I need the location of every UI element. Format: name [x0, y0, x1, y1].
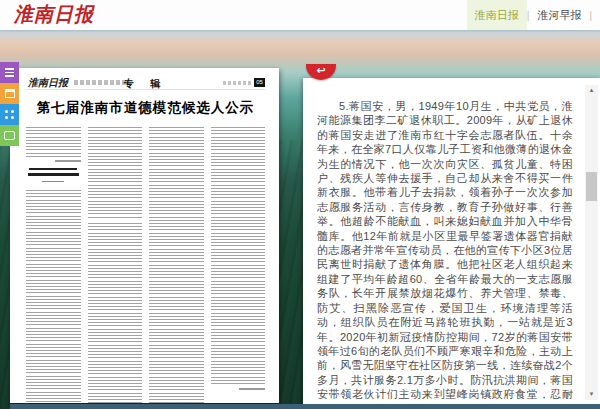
newspaper-columns [26, 127, 265, 403]
newspaper-column-2 [88, 127, 143, 403]
column-subhead [28, 173, 79, 176]
section-title: 专 辑 [124, 77, 168, 91]
viewer-bottom-edge [10, 404, 600, 409]
screen-icon [4, 131, 15, 140]
nav-tabs: 淮南日报 | 淮河早报 | 淮 [467, 0, 600, 30]
tab-huaihe-morning-post[interactable]: 淮河早报 [529, 0, 589, 30]
newspaper-headline: 第七届淮南市道德模范候选人公示 [26, 99, 265, 117]
return-arrow-icon: ↩ [316, 64, 325, 77]
newspaper-column-1 [26, 127, 81, 403]
newspaper-column-3 [149, 127, 204, 403]
scroll-down-arrow[interactable]: ▼ [585, 389, 598, 400]
column-text-block [149, 127, 204, 403]
masthead-note [223, 81, 251, 85]
article-paragraph: 5.蒋国安，男，1949年10月生，中共党员，淮河能源集团李二矿退休职工。200… [317, 99, 573, 399]
site-logo: 淮南日报 [14, 1, 94, 28]
apps-button[interactable] [0, 104, 19, 125]
article-reader-panel: 5.蒋国安，男，1949年10月生，中共党员，淮河能源集团李二矿退休职工。200… [303, 78, 600, 405]
side-toolbar [0, 62, 19, 146]
column-end-line [239, 388, 265, 390]
newspaper-column-4 [211, 127, 266, 403]
page-number-badge: 05 [254, 78, 265, 87]
scrollbar-thumb[interactable] [586, 172, 597, 201]
column-text-block [211, 127, 266, 385]
fullscreen-button[interactable] [0, 125, 19, 146]
scroll-up-arrow[interactable]: ▲ [585, 85, 598, 96]
calendar-icon [5, 89, 15, 98]
newspaper-page[interactable]: 淮南日报 专 辑 05 第七届淮南市道德模范候选人公示 [10, 68, 279, 403]
scrollbar[interactable]: ▲ ▼ [585, 85, 598, 400]
tab-cutoff[interactable]: 淮 [592, 0, 600, 30]
column-text-block [88, 223, 143, 403]
site-header: 淮南日报 淮南日报 | 淮河早报 | 淮 [0, 0, 600, 30]
article-text: 5.蒋国安，男，1949年10月生，中共党员，淮河能源集团李二矿退休职工。200… [317, 99, 573, 399]
apps-grid-icon [5, 110, 14, 119]
masthead-right: 05 [223, 78, 265, 87]
page: 淮南日报 淮南日报 | 淮河早报 | 淮 淮南日报 专 辑 [0, 0, 600, 409]
column-text-block [26, 127, 81, 157]
tab-huainan-daily[interactable]: 淮南日报 [467, 0, 527, 30]
column-subhead [29, 168, 77, 171]
menu-button[interactable] [0, 62, 19, 83]
masthead-dateline [74, 80, 126, 85]
signature-line [55, 160, 81, 162]
calendar-button[interactable] [0, 83, 19, 104]
column-subhead-note [42, 181, 64, 183]
menu-icon [5, 66, 14, 79]
column-text-block [88, 127, 143, 219]
masthead-logo: 淮南日报 [28, 76, 68, 90]
newspaper-masthead: 淮南日报 专 辑 05 [26, 75, 265, 90]
column-text-block [26, 190, 81, 403]
